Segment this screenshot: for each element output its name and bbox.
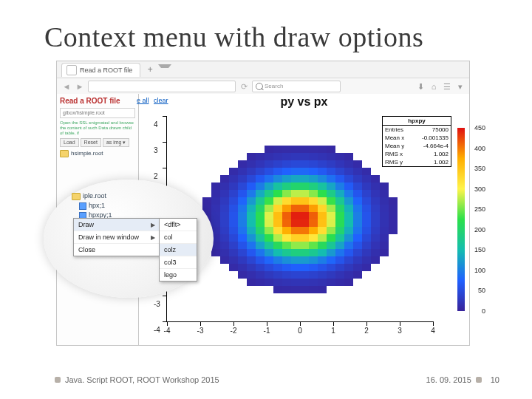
submenu-item[interactable]: lego	[160, 269, 197, 281]
tree-item[interactable]: hpx;1	[89, 201, 105, 211]
menu-item-draw[interactable]: Draw▶	[74, 219, 160, 231]
search-placeholder: Search	[265, 81, 283, 92]
colorbar: 050100150200250300350400450	[457, 128, 465, 311]
menu-icon[interactable]: ▾	[456, 82, 465, 91]
url-bar: ◄ ► ⟳ Search ⬇ ⌂ ☰ ▾	[57, 78, 469, 95]
plot-title: py vs px	[139, 95, 469, 109]
url-field[interactable]	[88, 81, 236, 92]
submenu-item[interactable]: col3	[160, 256, 197, 269]
bullet-icon	[476, 377, 482, 383]
bullet-icon	[55, 377, 61, 383]
home-icon[interactable]: ⌂	[429, 82, 438, 91]
tab-title: Read a ROOT file	[80, 66, 132, 74]
browser-tab[interactable]: Read a ROOT file	[61, 63, 140, 77]
submenu-item[interactable]: <dflt>	[160, 219, 197, 231]
reset-button[interactable]: Reset	[81, 138, 101, 147]
tree-root[interactable]: hsimple.root	[71, 149, 103, 158]
chevron-right-icon: ▶	[151, 222, 155, 228]
slide-title: Context menu with draw options	[44, 21, 423, 53]
tree-file[interactable]: iple.root	[83, 191, 106, 201]
hist-icon	[79, 202, 86, 210]
clear-link[interactable]: clear	[154, 97, 168, 104]
footer-page: 10	[491, 375, 499, 384]
folder-icon	[72, 193, 81, 200]
back-button[interactable]: ◄	[61, 81, 72, 92]
sidebar-tree[interactable]: hsimple.root	[60, 149, 135, 158]
submenu-item[interactable]: colz	[160, 244, 197, 256]
chevron-right-icon: ▶	[151, 234, 155, 241]
stats-rmsy: 1.002	[434, 158, 449, 166]
browser-screenshot: Read a ROOT file + ◄ ► ⟳ Search ⬇ ⌂ ☰ ▾ …	[56, 61, 470, 346]
load-button[interactable]: Load	[60, 138, 79, 147]
footer-date: 16. 09. 2015	[426, 375, 471, 384]
new-tab-button[interactable]: +	[145, 64, 155, 75]
slide-footer: Java. Script ROOT, ROOT Workshop 2015 16…	[55, 375, 499, 384]
asimg-dropdown[interactable]: as img ▾	[103, 138, 130, 147]
reload-button[interactable]: ⟳	[239, 81, 249, 92]
download-icon[interactable]: ⬇	[416, 82, 425, 91]
bookmark-icon[interactable]: ☰	[443, 82, 451, 91]
file-input[interactable]: glbox/hsimple.root	[60, 108, 135, 118]
context-menu[interactable]: Draw▶ Draw in new window▶ Close	[73, 218, 160, 256]
search-field[interactable]: Search	[252, 81, 341, 92]
draw-options-submenu[interactable]: <dflt> col colz col3 lego	[159, 218, 197, 282]
sidebar-heading: Read a ROOT file	[60, 97, 135, 105]
footer-left: Java. Script ROOT, ROOT Workshop 2015	[65, 375, 219, 384]
folder-icon	[60, 150, 69, 157]
search-icon	[256, 83, 263, 90]
sidebar-blurb: Open the SSL enigmated and browse the co…	[60, 120, 135, 136]
stats-rmsx: 1.002	[434, 150, 449, 158]
menu-item-draw-new[interactable]: Draw in new window▶	[74, 231, 160, 244]
page-icon	[66, 65, 77, 75]
stats-entries: 75000	[432, 126, 449, 134]
tab-dropdown-icon[interactable]	[158, 64, 171, 75]
menu-item-close[interactable]: Close	[74, 244, 160, 256]
forward-button[interactable]: ►	[75, 81, 85, 92]
top-actions: e all clear	[137, 97, 171, 104]
submenu-item[interactable]: col	[160, 231, 197, 244]
expand-all-link[interactable]: e all	[137, 97, 149, 104]
tab-bar: Read a ROOT file +	[57, 61, 469, 78]
